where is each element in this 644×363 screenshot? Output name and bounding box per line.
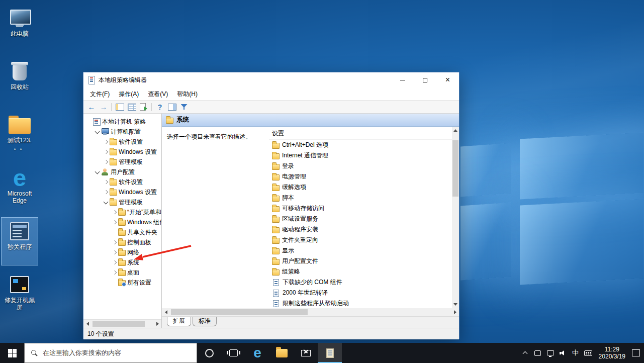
forward-button[interactable]	[98, 102, 110, 113]
menu-action[interactable]: 操作(A)	[114, 88, 143, 100]
edge-taskbar-button[interactable]	[245, 343, 269, 363]
setting-item[interactable]: 用户配置文件	[269, 256, 452, 266]
maximize-button[interactable]	[414, 72, 436, 87]
tree-item[interactable]: 管理模板	[83, 197, 161, 207]
tree-horizontal-scrollbar[interactable]	[83, 319, 161, 328]
setting-item[interactable]: 登录	[269, 161, 452, 171]
taskbar-clock[interactable]: 11:29 2020/3/19	[597, 346, 627, 360]
scroll-right-button[interactable]	[451, 308, 459, 316]
setting-item[interactable]: 可移动存储访问	[269, 203, 452, 214]
tree-item[interactable]: 系统	[83, 257, 161, 267]
setting-item[interactable]: 2000 年世纪转译	[269, 288, 452, 298]
tree-item[interactable]: 共享文件夹	[83, 227, 161, 237]
scrollbar-thumb[interactable]	[93, 321, 145, 327]
tree-chevron-icon[interactable]	[111, 258, 118, 266]
tree-item[interactable]: 软件设置	[83, 137, 161, 147]
export-list-button[interactable]	[126, 102, 138, 113]
tree-item[interactable]: 本地计算机 策略	[83, 117, 161, 127]
setting-item[interactable]: 文件夹重定向	[269, 235, 452, 245]
setting-item[interactable]: 驱动程序安装	[269, 224, 452, 235]
show-action-pane-button[interactable]	[166, 102, 178, 113]
tree-item[interactable]: 控制面板	[83, 237, 161, 247]
desktop-icon-this-pc[interactable]: 此电脑	[1, 4, 38, 52]
scrollbar-thumb[interactable]	[171, 309, 308, 315]
tree-item[interactable]: 所有设置	[83, 278, 161, 288]
details-horizontal-scrollbar[interactable]	[162, 308, 459, 316]
tree-chevron-icon[interactable]	[85, 118, 93, 126]
tree-item[interactable]: Windows 组件	[83, 217, 161, 227]
menu-file[interactable]: 文件(F)	[85, 88, 114, 100]
tree-chevron-icon[interactable]	[111, 228, 118, 236]
hidden-icons-button[interactable]	[521, 343, 529, 363]
help-button[interactable]	[154, 102, 166, 113]
scroll-up-button[interactable]	[452, 127, 459, 134]
tree-item[interactable]: Windows 设置	[83, 187, 161, 197]
minimize-button[interactable]	[391, 72, 414, 87]
menu-view[interactable]: 查看(V)	[143, 88, 172, 100]
cortana-button[interactable]	[197, 343, 221, 363]
tab-standard[interactable]: 标准	[193, 317, 217, 326]
tree-chevron-icon[interactable]	[94, 128, 101, 136]
tree-item[interactable]: Windows 设置	[83, 147, 161, 157]
tree-chevron-icon[interactable]	[94, 168, 101, 176]
tree-chevron-icon[interactable]	[103, 158, 110, 166]
desktop-icon-fix-black-screen[interactable]: 修复开机黑屏	[1, 270, 38, 319]
export-arrow-button[interactable]	[138, 102, 150, 113]
show-console-tree-button[interactable]	[114, 102, 126, 113]
desktop-icon-test-folder[interactable]: 测试123. 。。	[1, 111, 38, 159]
tree-item[interactable]: 桌面	[83, 267, 161, 278]
tab-extended[interactable]: 扩展	[167, 317, 191, 326]
tree-chevron-icon[interactable]	[103, 148, 110, 156]
scrollbar-thumb[interactable]	[452, 140, 458, 197]
volume-button[interactable]	[559, 343, 567, 363]
back-button[interactable]	[85, 102, 98, 113]
tree-chevron-icon[interactable]	[103, 198, 110, 206]
tree-item[interactable]: 软件设置	[83, 177, 161, 187]
scroll-down-button[interactable]	[452, 301, 459, 308]
gpedit-taskbar-button[interactable]	[318, 343, 342, 363]
scroll-left-button[interactable]	[162, 308, 170, 316]
taskbar-search[interactable]: 在这里输入你要搜索的内容	[24, 343, 197, 363]
mail-button[interactable]	[294, 343, 318, 363]
tree-chevron-icon[interactable]	[111, 208, 118, 216]
tree-chevron-icon[interactable]	[103, 178, 110, 186]
network-button[interactable]	[546, 343, 555, 363]
close-button[interactable]: ×	[436, 72, 459, 87]
tree-item[interactable]: 用户配置	[83, 167, 161, 177]
tree-item[interactable]: 管理模板	[83, 157, 161, 167]
start-button[interactable]	[0, 343, 24, 363]
tree-chevron-icon[interactable]	[111, 218, 118, 226]
tree-chevron-icon[interactable]	[111, 238, 118, 246]
menu-help[interactable]: 帮助(H)	[172, 88, 202, 100]
tree-chevron-icon[interactable]	[103, 138, 110, 146]
tree-item[interactable]: 网络	[83, 247, 161, 257]
scroll-left-button[interactable]	[83, 320, 91, 328]
setting-item[interactable]: 显示	[269, 245, 452, 256]
setting-item[interactable]: 缓解选项	[269, 182, 452, 193]
tree-chevron-icon[interactable]	[103, 188, 110, 196]
setting-item[interactable]: 电源管理	[269, 171, 452, 182]
tree-chevron-icon[interactable]	[111, 279, 118, 287]
desktop-icon-quick-close-app[interactable]: 秒关程序	[1, 217, 38, 265]
desktop-icon-recycle-bin[interactable]: 回收站	[1, 57, 38, 106]
tree-chevron-icon[interactable]	[111, 268, 118, 277]
touch-keyboard-button[interactable]	[584, 343, 592, 363]
desktop-icon-microsoft-edge[interactable]: Microsoft Edge	[1, 164, 38, 212]
tree-item[interactable]: “开始”菜单和任务栏	[83, 207, 161, 217]
tray-icon-button[interactable]	[534, 343, 542, 363]
scroll-right-button[interactable]	[153, 320, 161, 328]
setting-item[interactable]: 脚本	[269, 193, 452, 203]
tree-chevron-icon[interactable]	[111, 248, 118, 256]
setting-item[interactable]: 限制这些程序从帮助启动	[269, 298, 452, 308]
filter-button[interactable]	[178, 102, 190, 113]
settings-column-header[interactable]: 设置	[269, 127, 452, 140]
file-explorer-button[interactable]	[269, 343, 294, 363]
setting-item[interactable]: Ctrl+Alt+Del 选项	[269, 140, 452, 150]
ime-indicator[interactable]: 中	[572, 343, 580, 363]
setting-item[interactable]: Internet 通信管理	[269, 150, 452, 161]
tree-item[interactable]: 计算机配置	[83, 127, 161, 137]
titlebar[interactable]: 本地组策略编辑器 ×	[83, 72, 459, 87]
vertical-scrollbar[interactable]	[452, 127, 459, 308]
action-center-button[interactable]	[632, 343, 640, 363]
setting-item[interactable]: 下载缺少的 COM 组件	[269, 277, 452, 288]
